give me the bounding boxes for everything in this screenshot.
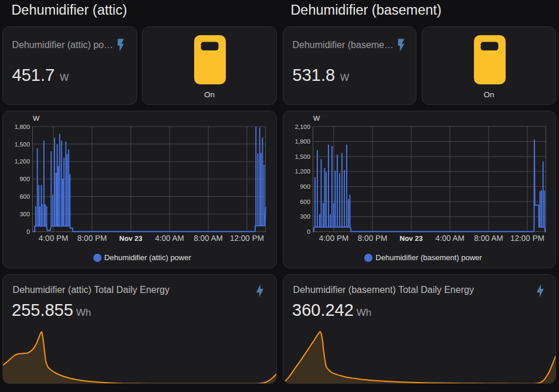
svg-text:4:00 AM: 4:00 AM [435,234,465,243]
svg-text:600: 600 [19,193,30,200]
svg-text:1,500: 1,500 [15,141,30,148]
svg-text:300: 300 [300,213,310,220]
svg-text:4:00 PM: 4:00 PM [39,234,68,243]
svg-text:0: 0 [26,229,30,236]
svg-text:2,100: 2,100 [295,124,310,131]
svg-text:1,800: 1,800 [295,138,310,145]
svg-text:Nov 23: Nov 23 [119,234,143,243]
svg-text:8:00 AM: 8:00 AM [194,234,223,243]
svg-text:1,200: 1,200 [15,158,30,165]
svg-text:900: 900 [19,176,30,183]
svg-text:1,800: 1,800 [15,124,30,131]
svg-text:4:00 PM: 4:00 PM [319,234,348,243]
svg-text:W: W [313,114,320,122]
svg-text:Nov 23: Nov 23 [399,234,423,243]
svg-text:12:00 PM: 12:00 PM [510,234,544,243]
svg-text:8:00 AM: 8:00 AM [474,234,503,243]
svg-text:300: 300 [19,211,30,218]
svg-text:0: 0 [307,229,310,236]
svg-text:4:00 AM: 4:00 AM [155,234,184,243]
svg-text:12:00 PM: 12:00 PM [230,234,264,243]
svg-text:1,500: 1,500 [295,154,310,161]
svg-text:W: W [33,114,40,122]
svg-text:8:00 PM: 8:00 PM [77,234,107,243]
svg-text:600: 600 [300,199,310,206]
svg-text:8:00 PM: 8:00 PM [358,234,387,243]
svg-text:1,200: 1,200 [295,168,310,175]
svg-text:900: 900 [300,183,310,190]
